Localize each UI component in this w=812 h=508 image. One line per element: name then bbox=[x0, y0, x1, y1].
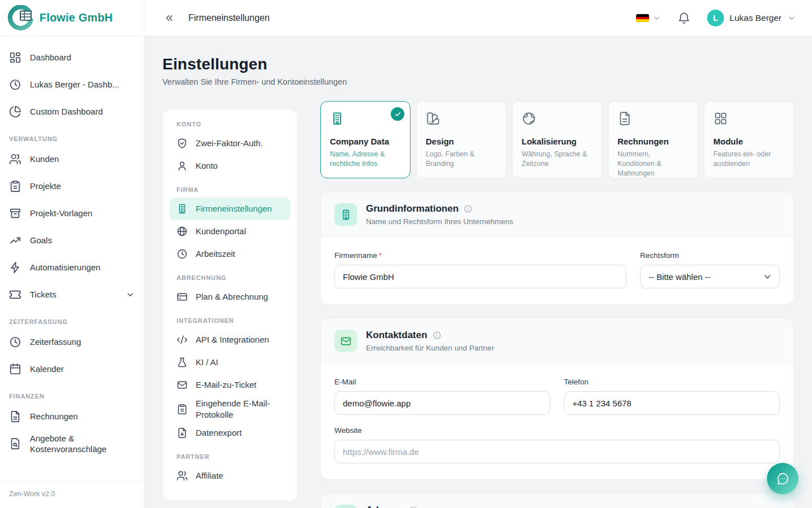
chevron-down-icon[interactable] bbox=[126, 290, 135, 299]
sidebar-item-kunden[interactable]: Kunden bbox=[0, 146, 144, 173]
ticket-icon bbox=[9, 288, 21, 301]
settings-item-firmeneinstellungen[interactable]: Firmeneinstellungen bbox=[170, 198, 290, 220]
chat-support-button[interactable] bbox=[767, 463, 798, 494]
earth-icon bbox=[522, 111, 536, 126]
shield-check-icon bbox=[176, 138, 188, 149]
email-label: E-Mail bbox=[334, 378, 550, 386]
sidebar-item-label: Projekte bbox=[30, 181, 61, 192]
tab-design[interactable]: Design Logo, Farben & Branding bbox=[416, 101, 506, 178]
sidebar-item-label: Dashboard bbox=[30, 52, 71, 63]
sidebar-item-kalender[interactable]: Kalender bbox=[0, 356, 144, 383]
sidebar-item-label: Custom Dashboard bbox=[30, 106, 103, 117]
settings-item-label: Affiliate bbox=[196, 470, 223, 481]
sidebar-item-custom-dashboard[interactable]: Custom Dashboard bbox=[0, 98, 144, 125]
brand-logo[interactable]: Flowie GmbH bbox=[0, 0, 144, 36]
sidebar-item-rechnungen[interactable]: Rechnungen bbox=[0, 403, 144, 430]
settings-item-label: Plan & Abrechnung bbox=[196, 291, 268, 303]
avatar: L bbox=[707, 10, 724, 27]
sidebar-item-dashboard[interactable]: Dashboard bbox=[0, 44, 144, 71]
code-icon bbox=[176, 334, 188, 345]
tab-title: Company Data bbox=[330, 137, 401, 146]
website-label: Website bbox=[334, 426, 780, 435]
tab-lokalisierung[interactable]: Lokalisierung Währung, Sprache & Zeitzon… bbox=[512, 101, 602, 178]
tab-company-data[interactable]: Company Data Name, Adresse & rechtliche … bbox=[320, 101, 411, 178]
settings-item-label: KI / AI bbox=[196, 357, 218, 368]
info-icon[interactable] bbox=[433, 331, 442, 340]
settings-item-label: Konto bbox=[196, 160, 218, 172]
sidebar-item-user-dashboard[interactable]: Lukas Berger - Dashb... bbox=[0, 71, 144, 98]
sidebar-nav: Dashboard Lukas Berger - Dashb... Custom… bbox=[0, 36, 144, 481]
info-icon[interactable] bbox=[409, 506, 418, 508]
rechtsform-select[interactable]: -- Bitte wählen -- bbox=[640, 265, 780, 288]
section-adresse: Adresse bbox=[320, 493, 794, 508]
collapse-sidebar-icon[interactable] bbox=[164, 12, 175, 24]
topbar: Firmeneinstellungen L Lukas Berger bbox=[144, 0, 812, 36]
tab-module[interactable]: Module Features ein- oder ausblenden bbox=[704, 101, 794, 178]
tab-subtitle: Währung, Sprache & Zeitzone bbox=[522, 150, 593, 169]
building-icon bbox=[334, 203, 357, 226]
firmenname-label: Firmenname* bbox=[334, 251, 626, 260]
tab-subtitle: Nummern, Konditionen & Mahnungen bbox=[617, 150, 689, 178]
sidebar-item-label: Kunden bbox=[30, 154, 59, 165]
tab-title: Rechnungen bbox=[617, 137, 689, 146]
settings-item-label: Datenexport bbox=[196, 427, 242, 439]
sidebar: Flowie GmbH Dashboard Lukas Berger - Das… bbox=[0, 0, 144, 508]
info-icon[interactable] bbox=[464, 204, 473, 213]
settings-item-arbeitszeit[interactable]: Arbeitszeit bbox=[170, 243, 290, 265]
tab-subtitle: Name, Adresse & rechtliche Infos bbox=[330, 150, 401, 169]
page-title: Einstellungen bbox=[162, 55, 794, 73]
sidebar-item-goals[interactable]: Goals bbox=[0, 227, 144, 254]
pie-chart-icon bbox=[9, 106, 21, 118]
clock-icon bbox=[9, 78, 21, 91]
notifications-bell-icon[interactable] bbox=[678, 12, 690, 24]
website-input[interactable] bbox=[334, 440, 780, 463]
sidebar-section-verwaltung: Verwaltung bbox=[9, 135, 135, 142]
settings-item-email-zu-ticket[interactable]: E-Mail-zu-Ticket bbox=[170, 374, 290, 396]
settings-item-api-integrationen[interactable]: API & Integrationen bbox=[170, 329, 290, 351]
file-down-icon bbox=[176, 427, 188, 439]
settings-section-konto: Konto bbox=[176, 121, 284, 128]
settings-nav: Konto Zwei-Faktor-Auth. Konto Firma Firm… bbox=[162, 109, 298, 501]
user-name: Lukas Berger bbox=[730, 13, 782, 23]
sidebar-item-label: Rechnungen bbox=[30, 411, 78, 422]
email-input[interactable] bbox=[334, 391, 550, 415]
mail-icon bbox=[176, 379, 188, 391]
app-version: Zen-Work v2.0 bbox=[0, 481, 144, 508]
settings-item-affiliate[interactable]: Affiliate bbox=[170, 465, 290, 487]
german-flag-icon bbox=[636, 14, 649, 22]
sidebar-item-zeiterfassung[interactable]: Zeiterfassung bbox=[0, 329, 144, 356]
brand-name: Flowie GmbH bbox=[39, 11, 113, 24]
section-title: Kontaktdaten bbox=[366, 330, 427, 341]
sidebar-item-automatisierungen[interactable]: Automatisierungen bbox=[0, 254, 144, 281]
settings-item-plan-abrechnung[interactable]: Plan & Abrechnung bbox=[170, 286, 290, 308]
credit-card-icon bbox=[176, 291, 188, 303]
settings-tab-cards: Company Data Name, Adresse & rechtliche … bbox=[320, 101, 794, 178]
user-menu[interactable]: L Lukas Berger bbox=[707, 10, 796, 27]
settings-item-kundenportal[interactable]: Kundenportal bbox=[170, 220, 290, 243]
settings-item-ki-ai[interactable]: KI / AI bbox=[170, 351, 290, 374]
firmenname-input[interactable] bbox=[334, 265, 626, 288]
language-switcher[interactable] bbox=[636, 14, 661, 22]
sidebar-item-angebote[interactable]: Angebote & Kostenvoranschläge bbox=[0, 430, 144, 457]
settings-item-email-protokolle[interactable]: Eingehende E-Mail-Protokolle bbox=[170, 396, 290, 422]
tab-subtitle: Logo, Farben & Branding bbox=[426, 150, 497, 169]
tab-title: Design bbox=[426, 137, 497, 146]
sidebar-item-projekte[interactable]: Projekte bbox=[0, 173, 144, 200]
layout-grid-icon bbox=[713, 111, 728, 126]
breadcrumb: Firmeneinstellungen bbox=[188, 13, 270, 23]
topbar-actions: L Lukas Berger bbox=[636, 10, 796, 27]
settings-section-abrechnung: Abrechnung bbox=[176, 274, 284, 281]
chevron-down-icon bbox=[653, 14, 661, 22]
settings-item-zwei-faktor[interactable]: Zwei-Faktor-Auth. bbox=[170, 132, 290, 155]
zap-icon bbox=[9, 261, 21, 274]
clock-icon bbox=[176, 248, 188, 260]
sidebar-item-projekt-vorlagen[interactable]: Projekt-Vorlagen bbox=[0, 200, 144, 227]
sidebar-item-tickets[interactable]: Tickets bbox=[0, 281, 144, 308]
settings-item-konto[interactable]: Konto bbox=[170, 155, 290, 177]
settings-item-datenexport[interactable]: Datenexport bbox=[170, 422, 290, 444]
telefon-input[interactable] bbox=[564, 391, 780, 415]
settings-item-label: Kundenportal bbox=[196, 226, 246, 237]
tab-subtitle: Features ein- oder ausblenden bbox=[713, 150, 784, 169]
tab-rechnungen[interactable]: Rechnungen Nummern, Konditionen & Mahnun… bbox=[608, 101, 698, 178]
file-text-icon bbox=[9, 410, 21, 423]
